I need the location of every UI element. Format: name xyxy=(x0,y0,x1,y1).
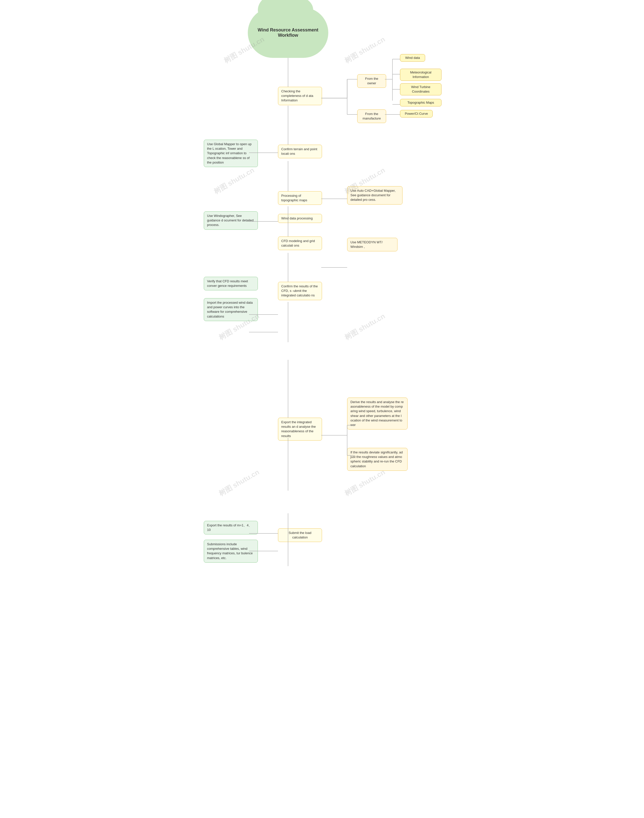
power-ct-label: Power/Ct Curve xyxy=(405,112,428,115)
box-cfd-modeling: CFD modeling and grid calculati ons xyxy=(278,236,322,250)
proc-topo-label: Processing of topographic maps xyxy=(281,194,307,202)
box-use-global-mapper: Use Global Mapper to open up the L ocati… xyxy=(204,140,258,167)
confirm-terrain-label: Confirm terrain and point locati ons xyxy=(281,147,317,155)
box-submissions: Submissions include comprehensive tables… xyxy=(204,540,258,563)
export-m-label: Export the results of m=1、4、10 xyxy=(207,523,252,532)
box-checking: Checking the completeness of d ata Infor… xyxy=(278,87,322,105)
box-use-meteodyn: Use METEODYN WT/ Windsim , xyxy=(347,238,397,252)
if-deviate-label: If the results deviate significantly, ad… xyxy=(350,450,403,468)
box-export-results: Export the integrated results an d analy… xyxy=(278,418,322,440)
topo-maps-label: Topographic Maps xyxy=(407,101,434,104)
box-wind-turbine: Wind Turbine Coordinates xyxy=(400,83,442,95)
box-proc-topo: Processing of topographic maps xyxy=(278,191,322,205)
watermark-3: 树图 shutu.cn xyxy=(212,165,256,196)
box-use-autocad: Use Auto CAD+Global Mapper, See guidance… xyxy=(347,186,403,204)
watermark-2: 树图 shutu.cn xyxy=(343,34,387,65)
import-wind-label: Import the processed wind data and power… xyxy=(207,301,253,318)
box-topo-maps: Topographic Maps xyxy=(400,99,442,106)
met-info-label: Meteorological Information xyxy=(410,71,431,79)
box-confirm-terrain: Confirm terrain and point locati ons xyxy=(278,145,322,158)
diagram-canvas: Wind Resource Assessment Workflow Checki… xyxy=(201,0,443,780)
box-from-manufacture: From the manufacture xyxy=(357,109,386,123)
use-windographer-label: Use Windographer, See guidance d ocument… xyxy=(207,214,254,227)
box-met-info: Meteorological Information xyxy=(400,69,442,81)
submissions-label: Submissions include comprehensive tables… xyxy=(207,542,253,560)
cfd-modeling-label: CFD modeling and grid calculati ons xyxy=(281,239,315,247)
box-derive-results: Derive the results and analyse the re as… xyxy=(347,397,408,430)
submit-load-label: Submit the load calculation xyxy=(288,531,311,539)
watermark-8: 树图 shutu.cn xyxy=(343,467,387,498)
box-submit-load: Submit the load calculation xyxy=(278,528,322,542)
cloud-title: Wind Resource Assessment Workflow xyxy=(248,8,328,58)
cloud-title-text: Wind Resource Assessment Workflow xyxy=(248,28,328,38)
export-results-label: Export the integrated results an d analy… xyxy=(281,420,316,438)
box-power-ct: Power/Ct Curve xyxy=(400,110,433,118)
box-verify-cfd: Verify that CFD results meet conver genc… xyxy=(204,277,258,290)
box-wind-data-proc: Wind data processing xyxy=(278,214,322,223)
box-confirm-cfd: Confirm the results of the CFD, s -ubmit… xyxy=(278,282,322,300)
from-owner-label: From the owner xyxy=(365,77,378,85)
box-export-m: Export the results of m=1、4、10 xyxy=(204,521,258,534)
use-meteodyn-label: Use METEODYN WT/ Windsim , xyxy=(350,240,383,249)
checking-label: Checking the completeness of d ata Infor… xyxy=(281,89,313,102)
wind-data-label: Wind data xyxy=(405,56,420,60)
use-global-mapper-label: Use Global Mapper to open up the L ocati… xyxy=(207,142,251,164)
box-if-deviate: If the results deviate significantly, ad… xyxy=(347,448,408,471)
watermark-7: 树图 shutu.cn xyxy=(217,467,261,498)
confirm-cfd-label: Confirm the results of the CFD, s -ubmit… xyxy=(281,284,318,297)
use-autocad-label: Use Auto CAD+Global Mapper, See guidance… xyxy=(350,189,396,201)
watermark-6: 树图 shutu.cn xyxy=(343,311,387,342)
box-wind-data: Wind data xyxy=(400,54,425,61)
derive-results-label: Derive the results and analyse the re as… xyxy=(350,400,404,427)
box-import-wind: Import the processed wind data and power… xyxy=(204,298,258,321)
box-from-owner: From the owner xyxy=(357,74,386,88)
box-use-windographer: Use Windographer, See guidance d ocument… xyxy=(204,211,258,230)
wind-turbine-label: Wind Turbine Coordinates xyxy=(411,85,431,94)
from-manufacture-label: From the manufacture xyxy=(362,112,380,120)
wind-data-proc-label: Wind data processing xyxy=(281,216,313,220)
verify-cfd-label: Verify that CFD results meet conver genc… xyxy=(207,279,248,288)
